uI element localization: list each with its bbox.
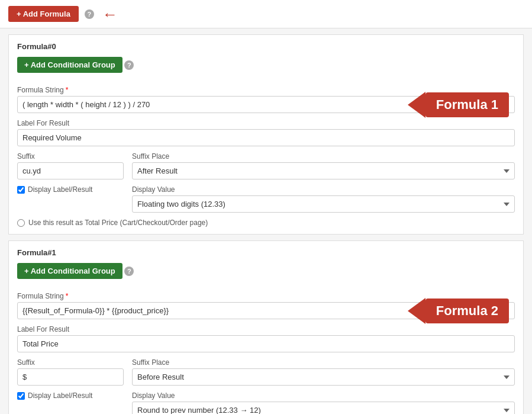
formula-0-string-row: Formula String* Formula 1 bbox=[17, 86, 515, 113]
formula-0-string-label: Formula String* bbox=[17, 86, 515, 94]
formula-1-title: Formula#1 bbox=[17, 248, 515, 257]
formula-1-string-wrapper: Formula 2 bbox=[17, 302, 515, 319]
formula-1-display-value-label: Display Value bbox=[132, 391, 515, 400]
formula-0-display-label-text: Display Label/Result bbox=[28, 185, 92, 194]
formula-0-display-value-select[interactable]: Floating two digits (12.33) Round to pre… bbox=[132, 195, 515, 213]
formula-1-display-label-col: Display Label/Result bbox=[17, 391, 124, 414]
formula-0-suffix-input[interactable] bbox=[17, 162, 124, 179]
formula-0-suffix-place-label: Suffix Place bbox=[132, 152, 515, 161]
formula-1-suffix-col: Suffix bbox=[17, 358, 124, 386]
formula-1-display-label-checkbox[interactable] bbox=[17, 392, 25, 400]
formula-1-string-label: Formula String* bbox=[17, 292, 515, 300]
formula-1-display-value-col: Display Value Floating two digits (12.33… bbox=[132, 391, 515, 414]
formula-0-string-input[interactable] bbox=[17, 96, 515, 113]
formula-0-label-result-label: Label For Result bbox=[17, 119, 515, 127]
formula-1-suffix-input[interactable] bbox=[17, 368, 124, 386]
formula-0-display-row: Display Label/Result Display Value Float… bbox=[17, 185, 515, 213]
formula-0-total-price-label: Use this result as Total Price (Cart/Che… bbox=[28, 219, 208, 227]
formula-0-suffix-place-select[interactable]: After Result Before Result bbox=[132, 162, 515, 179]
formula-0-suffix-label: Suffix bbox=[17, 152, 124, 161]
top-arrow-container: ← bbox=[102, 7, 118, 22]
formula-1-string-input[interactable] bbox=[17, 302, 515, 319]
formula-0-total-price-radio[interactable] bbox=[17, 219, 25, 227]
formula-0-display-label-checkbox-row: Display Label/Result bbox=[17, 185, 124, 194]
formula-0-block: Formula#0 Add Conditional Group ? Formul… bbox=[8, 34, 524, 235]
formula-0-string-wrapper: Formula 1 bbox=[17, 96, 515, 113]
formula-0-display-label-checkbox[interactable] bbox=[17, 186, 25, 194]
formula-1-add-conditional-button[interactable]: Add Conditional Group bbox=[17, 263, 122, 279]
formula-0-conditional-row: Add Conditional Group ? bbox=[17, 57, 515, 80]
formula-1-suffix-place-select[interactable]: After Result Before Result bbox=[132, 368, 515, 386]
formula-1-display-label-text: Display Label/Result bbox=[28, 391, 92, 400]
formula-1-suffix-row: Suffix Suffix Place After Result Before … bbox=[17, 358, 515, 386]
formula-1-string-row: Formula String* Formula 2 bbox=[17, 292, 515, 319]
top-right-arrow-icon: ← bbox=[102, 7, 118, 22]
formula-0-display-label-col: Display Label/Result bbox=[17, 185, 124, 213]
formula-0-display-value-label: Display Value bbox=[132, 185, 515, 194]
add-formula-help-icon[interactable]: ? bbox=[85, 9, 94, 19]
formula-1-suffix-place-label: Suffix Place bbox=[132, 358, 515, 367]
formula-1-suffix-place-col: Suffix Place After Result Before Result bbox=[132, 358, 515, 386]
formula-1-block: Formula#1 Add Conditional Group ? Formul… bbox=[8, 240, 524, 414]
add-formula-button[interactable]: + Add Formula bbox=[8, 6, 79, 22]
formula-0-display-value-col: Display Value Floating two digits (12.33… bbox=[132, 185, 515, 213]
formula-0-label-result-input[interactable] bbox=[17, 129, 515, 146]
formula-0-conditional-help-icon[interactable]: ? bbox=[124, 60, 134, 70]
formula-1-suffix-label: Suffix bbox=[17, 358, 124, 367]
formula-1-label-result-input[interactable] bbox=[17, 335, 515, 352]
formula-0-total-price-row: Use this result as Total Price (Cart/Che… bbox=[17, 219, 515, 227]
top-bar: + Add Formula ? ← bbox=[0, 0, 532, 28]
formula-0-add-conditional-button[interactable]: Add Conditional Group bbox=[17, 57, 122, 73]
formula-0-suffix-col: Suffix bbox=[17, 152, 124, 179]
formula-1-label-result-row: Label For Result bbox=[17, 325, 515, 352]
formula-1-display-row: Display Label/Result Display Value Float… bbox=[17, 391, 515, 414]
formula-0-label-result-row: Label For Result bbox=[17, 119, 515, 146]
formula-0-suffix-row: Suffix Suffix Place After Result Before … bbox=[17, 152, 515, 179]
formula-1-display-value-select[interactable]: Floating two digits (12.33) Round to pre… bbox=[132, 402, 515, 414]
formula-0-suffix-place-col: Suffix Place After Result Before Result bbox=[132, 152, 515, 179]
formula-0-title: Formula#0 bbox=[17, 42, 515, 51]
formula-1-display-label-checkbox-row: Display Label/Result bbox=[17, 391, 124, 400]
formula-1-conditional-row: Add Conditional Group ? bbox=[17, 263, 515, 286]
formula-1-label-result-label: Label For Result bbox=[17, 325, 515, 333]
formula-1-conditional-help-icon[interactable]: ? bbox=[124, 267, 134, 276]
